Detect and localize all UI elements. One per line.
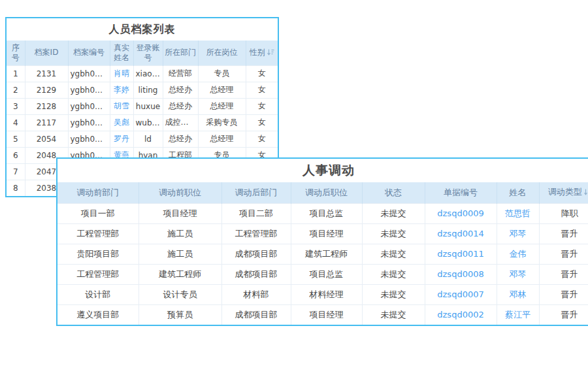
table-row: 42117ygbh000...吴彪wubiao成控采购部采购专员女 [7,114,278,131]
name-link[interactable]: 范思哲 [505,208,531,218]
cell-after-post: 材料经理 [291,284,362,304]
sort-icon[interactable] [584,188,588,198]
column-header-name: 姓名 [497,182,539,203]
column-header-department: 所在部门 [163,41,198,65]
table-row: 贵阳项目部施工员成都项目部建筑工程师未提交dzsqd0011金伟晋升 [57,244,588,264]
cell-seq: 1 [7,65,25,82]
name-link[interactable]: 金伟 [510,249,527,259]
cell-after-dept: 材料部 [221,284,291,304]
table-row: 设计部设计专员材料部材料经理未提交dzsqd0007邓林晋升 [57,284,588,304]
column-header-transfer-type[interactable]: 调动类型 [539,182,588,203]
doc-no-link[interactable]: dzsqd0008 [437,269,483,279]
doc-no-link[interactable]: dzsqd0007 [437,289,483,299]
cell-status: 未提交 [362,284,425,304]
table-row: 12131ygbh000...肖晴xiaoqing经营部专员女 [7,65,278,82]
cell-login-account: ld [133,131,163,147]
cell-file-id: 2054 [25,131,68,147]
cell-after-dept: 成都项目部 [221,264,291,284]
cell-before-dept: 项目一部 [57,203,139,223]
real-name-link[interactable]: 罗丹 [114,134,129,143]
name-link[interactable]: 蔡江平 [505,310,531,319]
cell-gender: 女 [246,98,278,114]
transfer-card: 人事调动 调动前部门调动前职位调动后部门调动后职位状态单据编号姓名调动类型 项目… [56,157,588,326]
transfer-header: 调动前部门调动前职位调动后部门调动后职位状态单据编号姓名调动类型 [57,182,588,203]
cell-post: 专员 [198,65,246,82]
cell-status: 未提交 [362,244,425,264]
cell-file-no: ygbh000... [68,98,110,114]
name-link[interactable]: 邓琴 [510,229,527,238]
column-header-before-dept: 调动前部门 [57,182,139,203]
column-header-after-post: 调动后职位 [291,182,362,203]
cell-transfer-type: 晋升 [539,223,588,244]
cell-department: 总经办 [163,82,198,98]
column-header-label: 所在岗位 [206,48,238,57]
cell-post: 总经理 [198,98,246,114]
cell-doc-no: dzsqd0011 [425,244,497,264]
cell-after-post: 项目总监 [291,203,362,223]
cell-before-post: 设计专员 [139,284,221,304]
name-link[interactable]: 邓琴 [510,269,527,279]
cell-seq: 4 [7,114,25,131]
header-row: 序号档案ID档案编号真实姓名登录账号所在部门所在岗位性别 [7,41,278,65]
real-name-link[interactable]: 李婷 [114,85,129,94]
cell-status: 未提交 [362,223,425,244]
cell-seq: 5 [7,131,25,147]
cell-after-dept: 成都项目部 [221,244,291,264]
column-header-label: 状态 [385,188,402,197]
cell-status: 未提交 [362,264,425,284]
column-header-seq: 序号 [7,41,25,65]
doc-no-link[interactable]: dzsqd0009 [437,208,483,218]
column-header-gender[interactable]: 性别 [246,41,278,65]
cell-seq: 7 [7,163,25,180]
doc-no-link[interactable]: dzsqd0014 [437,229,483,238]
cell-post: 总经理 [198,131,246,147]
real-name-link[interactable]: 吴彪 [114,118,129,127]
real-name-link[interactable]: 肖晴 [114,69,129,78]
header-row: 调动前部门调动前职位调动后部门调动后职位状态单据编号姓名调动类型 [57,182,588,203]
column-header-status: 状态 [362,182,425,203]
cell-name: 邓琴 [497,264,539,284]
name-link[interactable]: 邓林 [510,289,527,299]
cell-file-no: ygbh000... [68,82,110,98]
cell-file-no: ygbh000... [68,65,110,82]
cell-file-id: 2128 [25,98,68,114]
cell-before-post: 建筑工程师 [139,264,221,284]
cell-before-dept: 工程管理部 [57,223,139,244]
cell-file-id: 2129 [25,82,68,98]
cell-before-post: 预算员 [139,304,221,325]
column-header-label: 调动前职位 [159,188,201,197]
real-name-link[interactable]: 胡雪 [114,101,129,110]
doc-no-link[interactable]: dzsqd0011 [437,249,483,259]
cell-login-account: liting [133,82,163,98]
column-header-label: 序号 [12,43,20,62]
cell-gender: 女 [246,65,278,82]
column-header-label: 调动类型 [548,187,582,197]
cell-seq: 6 [7,147,25,163]
column-header-before-post: 调动前职位 [139,182,221,203]
cell-name: 邓琴 [497,223,539,244]
column-header-label: 档案ID [35,48,59,57]
cell-before-dept: 工程管理部 [57,264,139,284]
transfer-table: 调动前部门调动前职位调动后部门调动后职位状态单据编号姓名调动类型 项目一部项目经… [57,182,588,325]
column-header-after-dept: 调动后部门 [221,182,291,203]
cell-after-dept: 工程管理部 [221,223,291,244]
cell-real-name: 肖晴 [110,65,133,82]
table-row: 52054ygbh000...罗丹ld总经办总经理女 [7,131,278,147]
cell-login-account: huxue [133,98,163,114]
cell-file-id: 2131 [25,65,68,82]
cell-transfer-type: 晋升 [539,304,588,325]
sort-icon[interactable] [267,48,274,58]
column-header-real-name: 真实姓名 [110,41,133,65]
cell-department: 成控采购部 [163,114,198,131]
column-header-label: 性别 [250,48,265,57]
cell-login-account: wubiao [133,114,163,131]
cell-post: 采购专员 [198,114,246,131]
column-header-label: 调动前部门 [76,188,119,197]
transfer-body: 项目一部项目经理项目二部项目总监未提交dzsqd0009范思哲降职工程管理部施工… [57,203,588,325]
cell-name: 蔡江平 [497,304,539,325]
doc-no-link[interactable]: dzsqd0002 [437,310,483,319]
personnel-files-title: 人员档案列表 [7,18,278,41]
cell-after-post: 项目总监 [291,264,362,284]
column-header-label: 单据编号 [444,188,478,197]
column-header-label: 真实姓名 [114,43,129,62]
